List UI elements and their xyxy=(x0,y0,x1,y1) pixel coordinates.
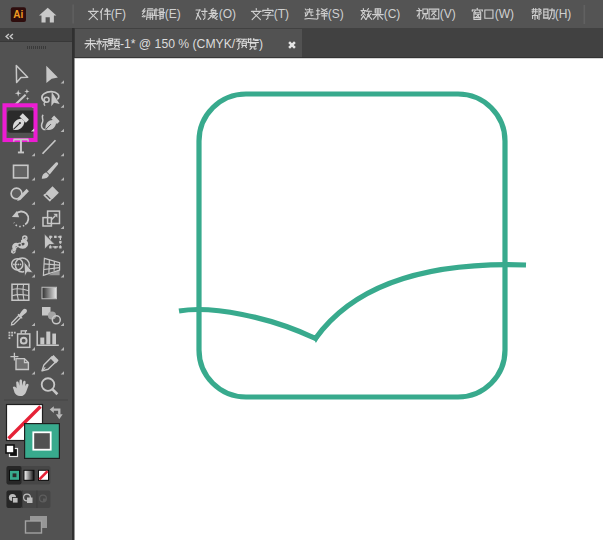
svg-text:(T): (T) xyxy=(274,7,289,21)
svg-text:(C): (C) xyxy=(384,7,401,21)
svg-text:): ) xyxy=(259,37,263,51)
svg-text:(H): (H) xyxy=(555,7,572,21)
svg-text:(F): (F) xyxy=(111,7,126,21)
svg-text:Ai: Ai xyxy=(13,9,23,20)
svg-text:(V): (V) xyxy=(440,7,456,21)
svg-text:(O): (O) xyxy=(219,7,236,21)
svg-text:(E): (E) xyxy=(165,7,181,21)
svg-text:(S): (S) xyxy=(328,7,344,21)
svg-text:-1* @ 150 % (CMYK/: -1* @ 150 % (CMYK/ xyxy=(120,37,236,51)
svg-text:(W): (W) xyxy=(495,7,514,21)
